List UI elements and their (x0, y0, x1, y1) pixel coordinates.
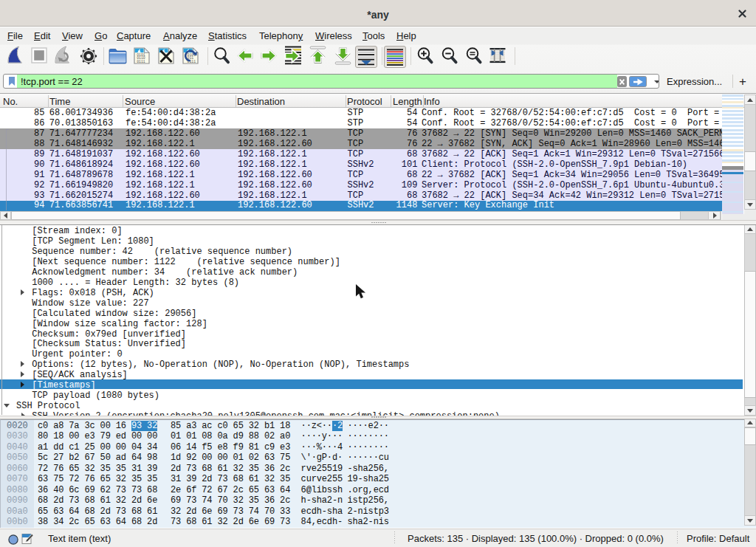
svg-text:0111: 0111 (137, 60, 145, 63)
